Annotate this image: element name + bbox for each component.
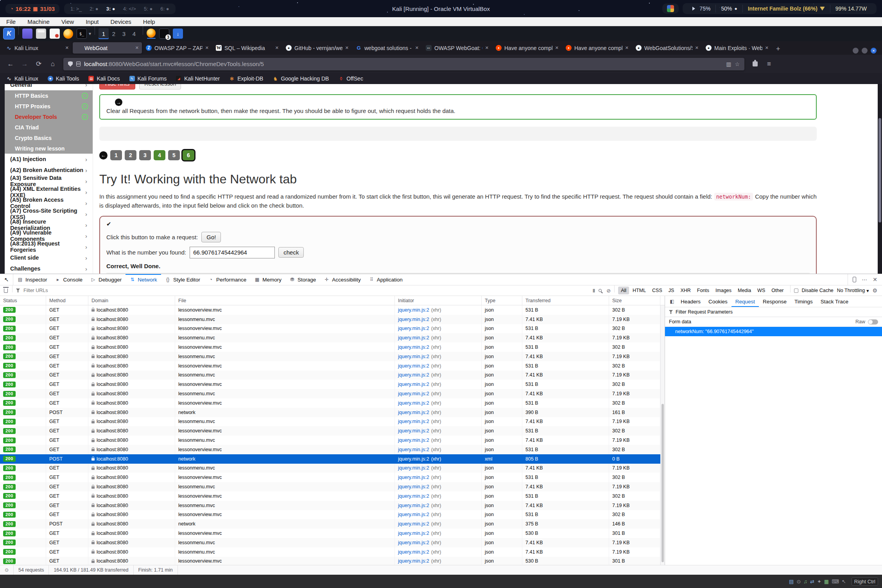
hint-next-arrow-icon[interactable]: →	[115, 99, 122, 106]
tray-battery[interactable]: 50%●	[715, 5, 742, 13]
back-button[interactable]: ←	[5, 58, 16, 70]
split-panel-toggle-icon[interactable]: ◧	[667, 296, 677, 307]
column-header[interactable]: Transferred	[522, 296, 609, 305]
details-tab[interactable]: Response	[759, 296, 791, 307]
workspace-indicator[interactable]: 2: ●	[86, 5, 102, 13]
initiator-link[interactable]: jquery.min.js:2	[398, 372, 429, 378]
column-header[interactable]: Initiator	[395, 296, 482, 305]
type-filter-button[interactable]: HTML	[630, 287, 649, 294]
initiator-link[interactable]: jquery.min.js:2	[398, 456, 429, 462]
request-row[interactable]: 200 GET localhost:8080 lessonoverview.mv…	[0, 398, 660, 408]
vb-menu-item[interactable]: Help	[143, 18, 155, 25]
sidebar-lesson-item[interactable]: HTTP Basics	[5, 90, 93, 101]
vm-audio-icon[interactable]: ♫	[803, 579, 807, 584]
initiator-link[interactable]: jquery.min.js:2	[398, 484, 429, 489]
raw-toggle-switch[interactable]	[868, 319, 878, 324]
tab-close-icon[interactable]: ✕	[485, 45, 489, 50]
type-filter-button[interactable]: WS	[755, 287, 768, 294]
initiator-link[interactable]: jquery.min.js:2	[398, 419, 429, 424]
workspace-indicator[interactable]: 1: >_	[66, 5, 86, 13]
vm-hdd-icon[interactable]: ▤	[789, 579, 794, 584]
initiator-link[interactable]: jquery.min.js:2	[398, 391, 429, 396]
sidebar-category[interactable]: (A9) Vulnerable Components ›	[5, 230, 93, 241]
terminal-launcher-icon[interactable]: $_	[77, 29, 87, 39]
bookmark-item[interactable]: Kali Docs	[88, 75, 120, 82]
url-text[interactable]: localhost:8080/WebGoat/start.mvc#lesson/…	[84, 61, 722, 67]
devtools-tab[interactable]: Console	[51, 274, 87, 285]
initiator-link[interactable]: jquery.min.js:2	[398, 465, 429, 471]
workspace-indicator[interactable]: 6: ●	[156, 5, 173, 13]
terminal-running-task[interactable]: 3	[159, 29, 169, 39]
request-row[interactable]: 200 POST localhost:8080 network jquery.m…	[0, 519, 660, 529]
bookmark-item[interactable]: Google Hacking DB	[272, 75, 329, 82]
initiator-link[interactable]: jquery.min.js:2	[398, 531, 429, 536]
column-header[interactable]: Size	[609, 296, 660, 305]
column-header[interactable]: Method	[46, 296, 88, 305]
initiator-link[interactable]: jquery.min.js:2	[398, 400, 429, 406]
initiator-link[interactable]: jquery.min.js:2	[398, 410, 429, 415]
devtools-tab[interactable]: Style Editor	[161, 274, 204, 285]
devtools-tab[interactable]: Inspector	[13, 274, 51, 285]
workspace-indicator[interactable]: 3: ●	[102, 5, 119, 13]
request-list-scrollbar-thumb[interactable]	[662, 404, 664, 562]
pagination-page-button[interactable]: 5	[168, 150, 180, 160]
request-row[interactable]: 200 GET localhost:8080 lessonoverview.mv…	[0, 305, 660, 315]
type-filter-button[interactable]: All	[618, 287, 629, 294]
reader-mode-icon[interactable]: ▥	[726, 61, 731, 67]
request-row[interactable]: 200 GET localhost:8080 lessonmenu.mvc jq…	[0, 501, 660, 510]
vb-menu-item[interactable]: Devices	[111, 18, 131, 25]
maximize-button[interactable]	[862, 48, 868, 54]
network-settings-gear-icon[interactable]: ⚙	[872, 287, 879, 294]
tab-close-icon[interactable]: ✕	[555, 45, 559, 50]
request-row[interactable]: 200 GET localhost:8080 lessonoverview.mv…	[0, 529, 660, 538]
initiator-link[interactable]: jquery.min.js:2	[398, 354, 429, 359]
file-manager-icon[interactable]	[36, 29, 46, 39]
browser-tab[interactable]: OWASP ZAP – ZAP is... ✕	[143, 42, 212, 54]
devtools-tab[interactable]: Debugger	[86, 274, 125, 285]
vm-keyboard-icon[interactable]: ⌨	[832, 579, 839, 584]
tab-close-icon[interactable]: ✕	[205, 45, 209, 50]
close-window-button[interactable]: ✕	[871, 48, 877, 54]
tray-power[interactable]: 99% 14.77W	[830, 5, 872, 13]
request-row[interactable]: 200 GET localhost:8080 lessonmenu.mvc jq…	[0, 464, 660, 473]
devtools-tab[interactable]: Network	[125, 274, 161, 285]
initiator-link[interactable]: jquery.min.js:2	[398, 307, 429, 313]
initiator-link[interactable]: jquery.min.js:2	[398, 475, 429, 480]
devtools-more-icon[interactable]: ⋯	[862, 276, 867, 283]
request-list-scrollbar[interactable]	[660, 305, 665, 565]
request-row[interactable]: 200 GET localhost:8080 lessonmenu.mvc jq…	[0, 436, 660, 445]
throttling-dropdown[interactable]: No Throttling▾	[837, 288, 869, 294]
taskbar-workspace-button[interactable]: 2	[109, 28, 119, 39]
extensions-icon[interactable]	[749, 58, 761, 70]
initiator-link[interactable]: jquery.min.js:2	[398, 382, 429, 387]
sidebar-category-general[interactable]: General ›	[5, 84, 93, 90]
initiator-link[interactable]: jquery.min.js:2	[398, 521, 429, 527]
request-row[interactable]: 200 GET localhost:8080 lessonoverview.mv…	[0, 361, 660, 371]
column-header[interactable]: Status	[0, 296, 46, 305]
request-row[interactable]: 200 GET localhost:8080 lessonmenu.mvc jq…	[0, 333, 660, 342]
initiator-link[interactable]: jquery.min.js:2	[398, 437, 429, 443]
request-row[interactable]: 200 GET localhost:8080 lessonmenu.mvc jq…	[0, 371, 660, 380]
initiator-link[interactable]: jquery.min.js:2	[398, 447, 429, 452]
initiator-link[interactable]: jquery.min.js:2	[398, 493, 429, 499]
tab-close-icon[interactable]: ✕	[65, 45, 69, 50]
devtools-tab[interactable]: Storage	[285, 274, 320, 285]
details-tab[interactable]: Headers	[677, 296, 705, 307]
initiator-link[interactable]: jquery.min.js:2	[398, 326, 429, 331]
pagination-page-button[interactable]: 1	[110, 150, 122, 160]
vm-usb-icon[interactable]: ✦	[817, 579, 821, 584]
details-tab[interactable]: Request	[731, 296, 759, 307]
clear-requests-icon[interactable]	[4, 289, 8, 293]
sidebar-category[interactable]: (A8) Insecure Deserialization ›	[5, 219, 93, 230]
type-filter-button[interactable]: Images	[713, 287, 734, 294]
pagination-page-button[interactable]: 2	[125, 150, 136, 160]
request-row[interactable]: 200 GET localhost:8080 lessonoverview.mv…	[0, 510, 660, 520]
tab-close-icon[interactable]: ✕	[765, 45, 769, 50]
request-row[interactable]: 200 GET localhost:8080 lessonmenu.mvc jq…	[0, 538, 660, 547]
taskbar-workspace-button[interactable]: 4	[129, 28, 139, 39]
sidebar-lesson-item[interactable]: Writing new lesson	[5, 143, 93, 154]
firefox-launcher-icon[interactable]	[63, 29, 73, 39]
tab-close-icon[interactable]: ✕	[135, 45, 139, 50]
vb-menu-item[interactable]: View	[61, 18, 74, 25]
initiator-link[interactable]: jquery.min.js:2	[398, 503, 429, 508]
